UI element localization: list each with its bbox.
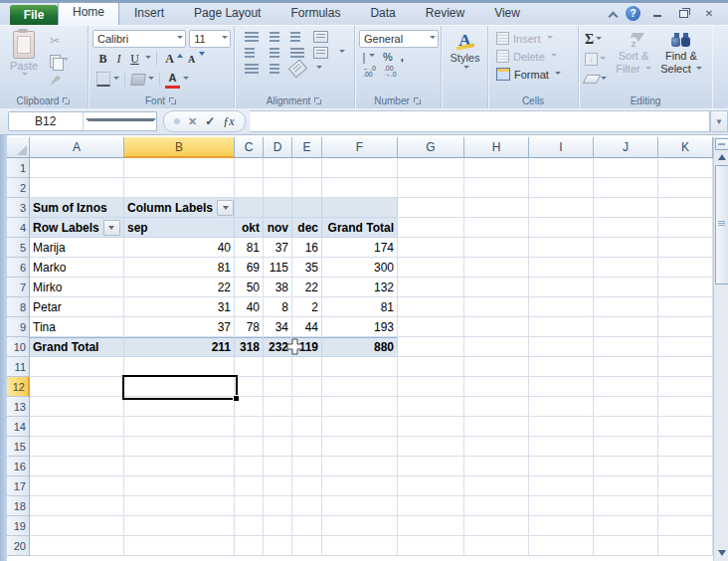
- borders-button[interactable]: [95, 72, 110, 88]
- cell-K4[interactable]: [658, 218, 713, 238]
- font-color-button[interactable]: A: [165, 70, 180, 89]
- tab-page-layout[interactable]: Page Layout: [179, 3, 275, 25]
- cell-H11[interactable]: [464, 357, 529, 377]
- font-size-select[interactable]: 11: [189, 30, 231, 48]
- cell-H9[interactable]: [464, 317, 529, 337]
- italic-button[interactable]: I: [111, 51, 126, 67]
- scroll-up-button[interactable]: [715, 150, 728, 163]
- row-header-19[interactable]: 19: [7, 516, 30, 536]
- align-middle-button[interactable]: [268, 32, 281, 42]
- tab-formulas[interactable]: Formulas: [275, 3, 355, 25]
- cell-F8[interactable]: 81: [322, 297, 398, 317]
- cell-F14[interactable]: [322, 417, 398, 437]
- cell-K1[interactable]: [658, 158, 713, 178]
- fill-button[interactable]: ↓: [585, 52, 607, 67]
- cell-H1[interactable]: [464, 158, 529, 178]
- accounting-format-button[interactable]: [363, 51, 365, 63]
- cell-D7[interactable]: 38: [264, 278, 292, 297]
- cell-K5[interactable]: [658, 238, 713, 258]
- column-header-H[interactable]: H: [464, 137, 529, 158]
- cell-B12[interactable]: [124, 377, 235, 397]
- cell-F19[interactable]: [322, 516, 398, 536]
- cell-F3[interactable]: [322, 198, 398, 218]
- cell-C19[interactable]: [235, 516, 264, 536]
- cell-H18[interactable]: [464, 496, 529, 516]
- cell-A18[interactable]: [30, 496, 124, 516]
- cell-J12[interactable]: [594, 377, 658, 397]
- cell-I15[interactable]: [529, 437, 594, 457]
- cell-J14[interactable]: [594, 417, 658, 437]
- cell-I9[interactable]: [529, 317, 594, 337]
- cell-J9[interactable]: [594, 317, 658, 337]
- cell-G16[interactable]: [398, 457, 464, 476]
- cell-C16[interactable]: [235, 457, 264, 476]
- cell-H17[interactable]: [464, 476, 529, 496]
- cell-F16[interactable]: [322, 457, 398, 476]
- number-format-select[interactable]: General: [359, 30, 439, 48]
- alignment-dialog-launcher[interactable]: [314, 97, 322, 105]
- cell-D19[interactable]: [264, 516, 292, 536]
- find-select-button[interactable]: Find & Select: [658, 29, 704, 94]
- cell-K19[interactable]: [658, 516, 713, 536]
- cell-A13[interactable]: [30, 397, 124, 417]
- underline-button[interactable]: U: [127, 51, 142, 67]
- cell-C7[interactable]: 50: [235, 278, 264, 297]
- cell-F6[interactable]: 300: [322, 258, 398, 278]
- cell-I2[interactable]: [529, 178, 594, 198]
- bold-button[interactable]: B: [95, 51, 110, 67]
- cell-B11[interactable]: [124, 357, 235, 377]
- column-header-D[interactable]: D: [264, 137, 292, 158]
- cell-K18[interactable]: [658, 496, 713, 516]
- cell-H10[interactable]: [464, 337, 529, 357]
- cell-H3[interactable]: [464, 198, 529, 218]
- cell-C10[interactable]: 318: [235, 337, 264, 357]
- cell-G8[interactable]: [398, 297, 464, 317]
- cell-J16[interactable]: [594, 457, 658, 476]
- cell-G13[interactable]: [398, 397, 464, 417]
- cell-B6[interactable]: 81: [124, 258, 235, 278]
- delete-cells-button[interactable]: Delete: [496, 50, 575, 63]
- cell-J15[interactable]: [594, 437, 658, 457]
- cell-G9[interactable]: [398, 317, 464, 337]
- cell-J17[interactable]: [594, 476, 658, 496]
- cell-A19[interactable]: [30, 516, 124, 536]
- align-top-button[interactable]: [245, 32, 259, 42]
- cell-G1[interactable]: [398, 158, 464, 178]
- copy-button[interactable]: [50, 53, 69, 69]
- cell-I11[interactable]: [529, 357, 594, 377]
- cell-E16[interactable]: [292, 457, 322, 476]
- cell-D2[interactable]: [264, 178, 292, 198]
- row-header-6[interactable]: 6: [7, 258, 30, 278]
- cell-C13[interactable]: [235, 397, 264, 417]
- row-header-18[interactable]: 18: [7, 496, 30, 516]
- cell-I19[interactable]: [529, 516, 594, 536]
- clipboard-dialog-launcher[interactable]: [63, 97, 71, 105]
- expand-formula-bar-button[interactable]: ▼: [710, 110, 728, 132]
- decrease-decimal-button[interactable]: .00→.0: [384, 66, 397, 78]
- cell-K6[interactable]: [658, 258, 713, 278]
- row-header-4[interactable]: 4: [7, 218, 30, 238]
- cell-I4[interactable]: [529, 218, 594, 238]
- row-header-16[interactable]: 16: [7, 457, 30, 476]
- cell-I10[interactable]: [529, 337, 594, 357]
- cell-B19[interactable]: [124, 516, 235, 536]
- column-header-C[interactable]: C: [235, 137, 264, 158]
- cell-I3[interactable]: [529, 198, 594, 218]
- cell-A10[interactable]: Grand Total: [30, 337, 124, 357]
- align-bottom-button[interactable]: [290, 32, 304, 42]
- split-handle[interactable]: [715, 138, 728, 150]
- cell-B17[interactable]: [124, 476, 235, 496]
- cell-E15[interactable]: [292, 437, 322, 457]
- align-center-button[interactable]: [268, 48, 281, 58]
- cell-H2[interactable]: [464, 178, 529, 198]
- cell-E20[interactable]: [292, 536, 322, 556]
- cell-H14[interactable]: [464, 417, 529, 437]
- cell-C14[interactable]: [235, 417, 264, 437]
- cell-A7[interactable]: Mirko: [30, 278, 124, 297]
- cell-F2[interactable]: [322, 178, 398, 198]
- cell-I8[interactable]: [529, 297, 594, 317]
- cell-C11[interactable]: [235, 357, 264, 377]
- row-header-7[interactable]: 7: [7, 278, 30, 297]
- cut-button[interactable]: ✂: [50, 33, 69, 49]
- cell-A5[interactable]: Marija: [30, 238, 124, 258]
